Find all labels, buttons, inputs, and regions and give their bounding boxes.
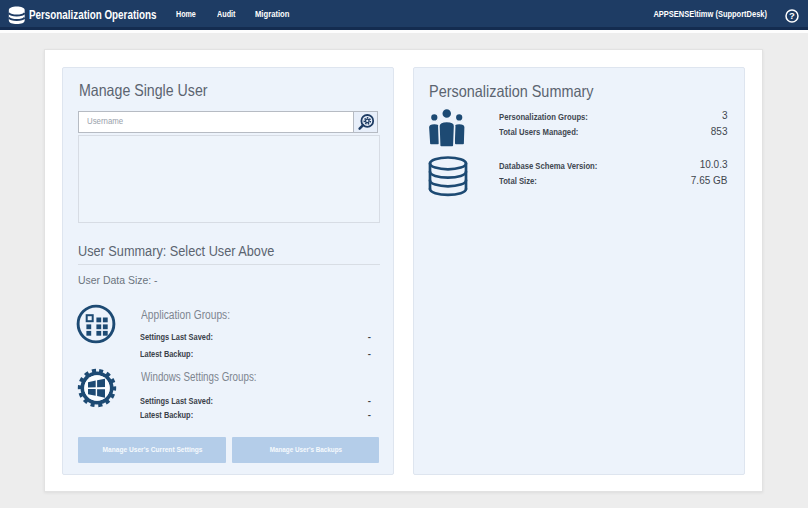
svg-text:?: ? (789, 10, 795, 21)
